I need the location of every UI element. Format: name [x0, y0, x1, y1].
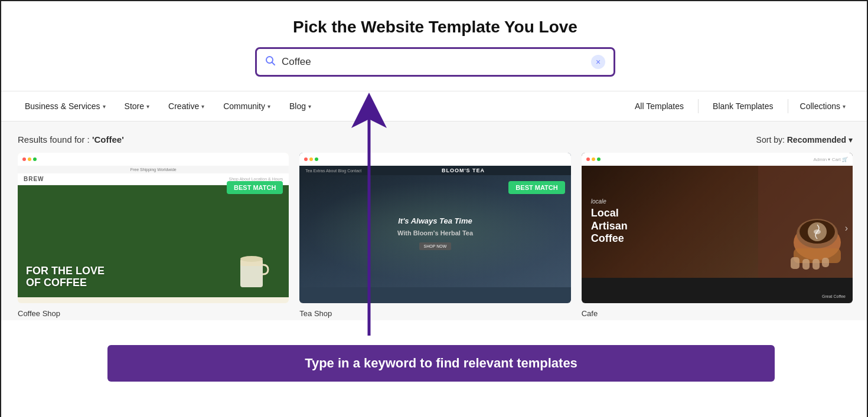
chevron-down-icon: ▾ [308, 103, 311, 110]
template-grid: Free Shipping Worldwide BREW Shop About … [1, 153, 868, 320]
template-preview-tea-shop: Tea Extras About Blog Contact BLOOM'S TE… [299, 153, 570, 303]
nav-right: All Templates Blank Templates Collection… [623, 91, 855, 122]
results-bar: Results found for : 'Coffee' Sort by: Re… [1, 122, 868, 153]
hero-text: Local Artisan Coffee [591, 207, 843, 245]
scroll-arrow-icon: › [845, 223, 848, 234]
annotation-tooltip: Type in a keyword to find relevant templ… [107, 345, 775, 382]
search-box: × [255, 47, 615, 77]
caption: Great Coffee [822, 294, 846, 298]
search-icon [265, 55, 276, 69]
page-title: Pick the Website Template You Love [1, 18, 868, 37]
chevron-down-icon: ▾ [146, 103, 149, 110]
svg-point-4 [240, 256, 263, 262]
search-input[interactable] [282, 56, 585, 68]
chevron-down-icon: ▾ [103, 103, 106, 110]
browser-topbar: Admin ▾ Cart 🛒 [582, 153, 853, 166]
nav-item-blog[interactable]: Blog ▾ [280, 91, 321, 122]
chevron-down-icon: ▾ [267, 103, 270, 110]
main-nav: Business & Services ▾ Store ▾ Creative ▾… [1, 91, 868, 122]
sort-control[interactable]: Sort by: Recommended ▾ [756, 135, 853, 145]
site-logo: BLOOM'S TEA [442, 168, 485, 173]
nav-item-community[interactable]: Community ▾ [214, 91, 280, 122]
nav-item-blank-templates[interactable]: Blank Templates [701, 91, 785, 122]
site-logo: BREW [24, 176, 44, 182]
hero-text: FOR THE LOVE OF COFFEE [26, 265, 105, 289]
header: Pick the Website Template You Love [1, 1, 868, 47]
template-label-tea-shop: Tea Shop [299, 303, 570, 320]
nav-left: Business & Services ▾ Store ▾ Creative ▾… [15, 91, 623, 122]
best-match-badge: BEST MATCH [227, 181, 283, 194]
template-card-cafe[interactable]: Admin ▾ Cart 🛒 [582, 153, 853, 320]
svg-line-1 [272, 62, 275, 65]
chevron-down-icon: ▾ [843, 103, 846, 110]
hero-content: locale Local Artisan Coffee [582, 166, 853, 278]
nav-divider [788, 99, 788, 113]
template-card-coffee-shop[interactable]: Free Shipping Worldwide BREW Shop About … [18, 153, 289, 320]
tooltip-text: Type in a keyword to find relevant templ… [107, 345, 775, 382]
results-query: 'Coffee' [92, 134, 124, 145]
nav-item-business[interactable]: Business & Services ▾ [15, 91, 115, 122]
nav-item-all-templates[interactable]: All Templates [623, 91, 696, 122]
browser-topbar [299, 153, 570, 166]
template-label-cafe: Cafe [582, 303, 853, 320]
page-container: Pick the Website Template You Love × Bus… [1, 1, 868, 417]
nav-item-collections[interactable]: Collections ▾ [791, 91, 855, 122]
template-label-coffee-shop: Coffee Shop [18, 303, 289, 320]
hero-text: It's Always Tea Time With Bloom's Herbal… [397, 216, 473, 238]
nav-item-creative[interactable]: Creative ▾ [159, 91, 214, 122]
cta-button: SHOP NOW [419, 242, 452, 250]
shipping-bar: Free Shipping Worldwide [18, 166, 289, 173]
best-match-badge: BEST MATCH [508, 181, 564, 194]
chevron-down-icon: ▾ [849, 135, 853, 145]
coffee-cup-icon [236, 244, 271, 291]
search-wrapper: × [1, 47, 868, 91]
card-hero: FOR THE LOVE OF COFFEE [18, 185, 289, 297]
nav-item-store[interactable]: Store ▾ [115, 91, 159, 122]
results-text: Results found for : 'Coffee' [18, 134, 124, 145]
template-preview-coffee-shop: Free Shipping Worldwide BREW Shop About … [18, 153, 289, 303]
search-clear-button[interactable]: × [591, 55, 605, 69]
nav-divider [698, 99, 699, 113]
site-nav: Tea Extras About Blog Contact BLOOM'S TE… [299, 166, 570, 175]
card-hero: locale Local Artisan Coffee [582, 166, 853, 278]
template-preview-cafe: Admin ▾ Cart 🛒 [582, 153, 853, 303]
chevron-down-icon: ▾ [201, 103, 204, 110]
browser-topbar [18, 153, 289, 166]
template-card-tea-shop[interactable]: Tea Extras About Blog Contact BLOOM'S TE… [299, 153, 570, 320]
